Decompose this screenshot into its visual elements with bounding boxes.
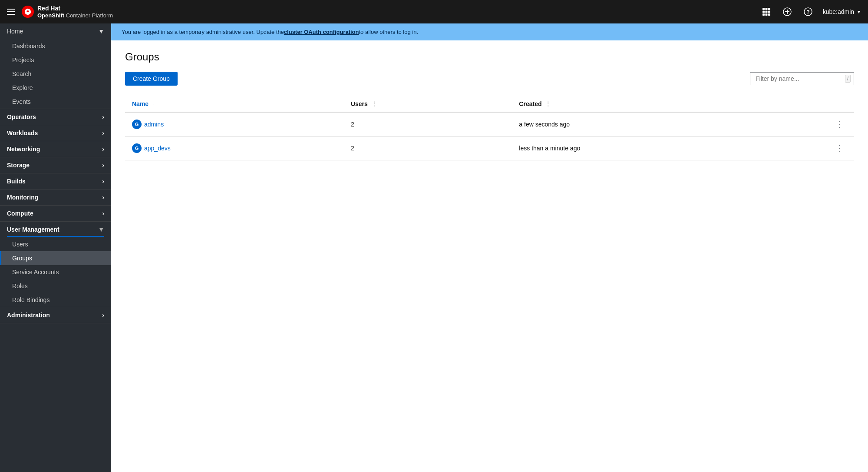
row-actions-button[interactable]: ⋮	[832, 118, 847, 131]
sidebar-section-networking: Networking ›	[0, 141, 111, 157]
sidebar-item-groups[interactable]: Groups	[0, 251, 111, 265]
brand-logo: Red Hat OpenShift Container Platform	[22, 5, 113, 19]
alert-banner: You are logged in as a temporary adminis…	[111, 23, 868, 40]
sidebar-item-events[interactable]: Events	[0, 95, 111, 109]
sidebar-item-workloads[interactable]: Workloads ›	[0, 125, 111, 141]
create-group-button[interactable]: Create Group	[125, 72, 178, 86]
filter-input[interactable]	[750, 72, 854, 85]
add-icon[interactable]	[781, 6, 793, 18]
sidebar-item-user-management[interactable]: User Management ▼	[0, 222, 111, 237]
page-content: Groups Create Group / Name ↑	[111, 40, 868, 472]
table-header: Name ↑ Users ⋮ Created ⋮	[125, 96, 854, 112]
chevron-right-icon: ›	[102, 312, 104, 319]
svg-rect-8	[765, 13, 767, 16]
chevron-right-icon: ›	[102, 162, 104, 169]
apps-icon[interactable]	[760, 6, 772, 18]
svg-text:?: ?	[806, 9, 809, 15]
svg-rect-3	[768, 8, 770, 10]
user-menu[interactable]: kube:admin ▼	[823, 8, 861, 15]
svg-rect-7	[762, 13, 765, 16]
table-row: G admins 2 a few seconds ago ⋮	[125, 112, 854, 136]
svg-rect-1	[762, 8, 765, 10]
chevron-right-icon: ›	[102, 194, 104, 201]
column-created[interactable]: Created ⋮	[512, 96, 825, 112]
filter-shortcut: /	[845, 75, 851, 83]
svg-rect-4	[762, 11, 765, 13]
chevron-down-icon: ▼	[98, 28, 104, 35]
brand-name: Red Hat OpenShift Container Platform	[37, 5, 113, 19]
sidebar: Home ▼ Dashboards Projects Search Explor…	[0, 23, 111, 472]
sidebar-item-operators[interactable]: Operators ›	[0, 109, 111, 125]
chevron-down-icon: ▼	[857, 10, 861, 14]
sidebar-item-projects[interactable]: Projects	[0, 53, 111, 67]
sidebar-item-users[interactable]: Users	[0, 237, 111, 251]
sidebar-section-user-management: User Management ▼ Users Groups Service A…	[0, 222, 111, 307]
help-icon[interactable]: ?	[802, 6, 814, 18]
sidebar-item-builds[interactable]: Builds ›	[0, 173, 111, 189]
sidebar-section-builds: Builds ›	[0, 173, 111, 189]
sidebar-item-monitoring[interactable]: Monitoring ›	[0, 189, 111, 205]
toolbar: Create Group /	[125, 72, 854, 86]
sidebar-section-compute: Compute ›	[0, 206, 111, 222]
chevron-right-icon: ›	[102, 130, 104, 136]
chevron-right-icon: ›	[102, 210, 104, 217]
top-navigation: Red Hat OpenShift Container Platform ? k…	[0, 0, 868, 23]
group-link-admins[interactable]: G admins	[132, 120, 337, 129]
chevron-right-icon: ›	[102, 113, 104, 120]
column-users[interactable]: Users ⋮	[344, 96, 512, 112]
sidebar-item-service-accounts[interactable]: Service Accounts	[0, 265, 111, 279]
sidebar-item-compute[interactable]: Compute ›	[0, 206, 111, 221]
group-icon: G	[132, 143, 142, 153]
sidebar-item-storage[interactable]: Storage ›	[0, 157, 111, 173]
sidebar-item-administration[interactable]: Administration ›	[0, 307, 111, 323]
group-link-app_devs[interactable]: G app_devs	[132, 143, 337, 153]
redhat-logo-icon	[22, 6, 34, 18]
sort-asc-icon: ↑	[152, 102, 154, 107]
column-separator: ⋮	[545, 100, 551, 107]
filter-wrapper: /	[750, 72, 854, 85]
sidebar-item-dashboards[interactable]: Dashboards	[0, 39, 111, 53]
content-area: You are logged in as a temporary adminis…	[111, 23, 868, 472]
svg-rect-9	[768, 13, 770, 16]
chevron-right-icon: ›	[102, 178, 104, 185]
page-title: Groups	[125, 51, 854, 63]
sidebar-item-roles[interactable]: Roles	[0, 279, 111, 293]
svg-rect-5	[765, 11, 767, 13]
sidebar-item-explore[interactable]: Explore	[0, 81, 111, 95]
sidebar-item-role-bindings[interactable]: Role Bindings	[0, 293, 111, 307]
hamburger-menu[interactable]	[7, 9, 15, 15]
sidebar-section-administration: Administration ›	[0, 307, 111, 323]
chevron-down-icon: ▼	[98, 226, 104, 233]
row-actions-button[interactable]: ⋮	[832, 142, 847, 155]
table-row: G app_devs 2 less than a minute ago ⋮	[125, 136, 854, 160]
sidebar-item-networking[interactable]: Networking ›	[0, 141, 111, 157]
sidebar-section-monitoring: Monitoring ›	[0, 189, 111, 206]
sidebar-section-storage: Storage ›	[0, 157, 111, 173]
column-separator: ⋮	[371, 100, 377, 107]
table-body: G admins 2 a few seconds ago ⋮ G app_dev…	[125, 112, 854, 160]
sidebar-item-home[interactable]: Home ▼	[0, 23, 111, 39]
chevron-right-icon: ›	[102, 146, 104, 153]
svg-rect-6	[768, 11, 770, 13]
svg-rect-2	[765, 8, 767, 10]
sidebar-section-workloads: Workloads ›	[0, 125, 111, 141]
groups-table: Name ↑ Users ⋮ Created ⋮	[125, 96, 854, 160]
group-icon: G	[132, 120, 142, 129]
sidebar-section-operators: Operators ›	[0, 109, 111, 125]
column-name[interactable]: Name ↑	[125, 96, 344, 112]
oauth-config-link[interactable]: cluster OAuth configuration	[284, 29, 359, 35]
sidebar-item-search[interactable]: Search	[0, 67, 111, 81]
